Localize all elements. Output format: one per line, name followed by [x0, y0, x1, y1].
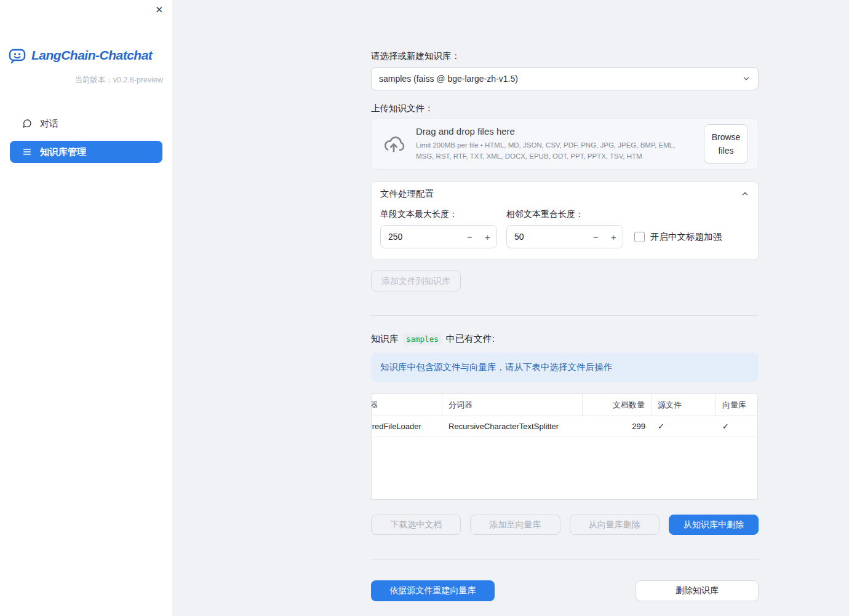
overlap-size-increment-button[interactable]: + [605, 226, 623, 248]
file-config-expander-body: 单段文本最大长度： − + 相邻文本重合长度： − + [372, 205, 758, 259]
logo-chat-icon [7, 45, 27, 65]
col-header-source-file[interactable]: 源文件 [652, 394, 716, 416]
zh-title-enhance-group: 开启中文标题加强 [634, 225, 722, 248]
file-config-expander: 文件处理配置 单段文本最大长度： − + 相邻文本重合长度： [371, 181, 759, 260]
sidebar: ✕ LangChain-Chatchat 当前版本：v0.2.6-preview… [0, 0, 172, 616]
browse-files-button[interactable]: Browse files [704, 124, 748, 164]
version-label: 当前版本：v0.2.6-preview [0, 75, 163, 85]
kb-files-table-scroll: 文档加载器 分词器 文档数量 源文件 向量库 UnstructuredFileL… [371, 394, 758, 437]
info-banner-text: 知识库中包含源文件与向量库，请从下表中选择文件后操作 [380, 361, 612, 373]
app-logo-text: LangChain-Chatchat [31, 48, 152, 63]
chunk-size-group: 单段文本最大长度： − + [380, 209, 497, 248]
kb-files-table[interactable]: 文档加载器 分词器 文档数量 源文件 向量库 UnstructuredFileL… [371, 393, 758, 500]
upload-label: 上传知识文件： [371, 103, 759, 114]
table-row[interactable]: UnstructuredFileLoader RecursiveCharacte… [371, 416, 758, 437]
chevron-up-icon [741, 189, 749, 198]
kb-name-code: samples [403, 333, 442, 345]
zh-title-enhance-label: 开启中文标题加强 [650, 231, 722, 243]
table-header-row: 文档加载器 分词器 文档数量 源文件 向量库 [371, 394, 758, 416]
col-header-vector-store[interactable]: 向量库 [716, 394, 758, 416]
sidebar-item-dialogue[interactable]: 对话 [10, 113, 162, 135]
col-header-doc-count[interactable]: 文档数量 [583, 394, 652, 416]
delete-kb-button[interactable]: 删除知识库 [636, 580, 759, 601]
cell-source-file-check: ✓ [652, 416, 716, 436]
list-icon [22, 147, 32, 157]
chunk-size-label: 单段文本最大长度： [380, 209, 497, 220]
cloud-upload-icon [381, 134, 406, 154]
sidebar-nav: 对话 知识库管理 [10, 113, 162, 163]
add-to-vector-store-button[interactable]: 添加至向量库 [470, 515, 560, 535]
sidebar-item-knowledge-base[interactable]: 知识库管理 [10, 141, 162, 163]
cell-doc-count: 299 [583, 416, 652, 436]
kb-files-suffix: 中已有文件: [446, 333, 495, 345]
dropzone-title: Drag and drop files here [416, 126, 694, 136]
dropzone-limit-text: Limit 200MB per file • HTML, MD, JSON, C… [416, 140, 694, 162]
overlap-size-group: 相邻文本重合长度： − + [506, 209, 623, 248]
chevron-down-icon [742, 74, 751, 83]
col-header-loader[interactable]: 文档加载器 [371, 394, 442, 416]
delete-from-vector-store-button[interactable]: 从向量库删除 [570, 515, 660, 535]
cell-loader: UnstructuredFileLoader [371, 416, 442, 436]
zh-title-enhance-checkbox[interactable] [634, 232, 645, 242]
overlap-size-stepper: − + [506, 225, 623, 248]
kb-actions-row: 依据源文件重建向量库 删除知识库 [371, 580, 759, 601]
rebuild-vector-store-button[interactable]: 依据源文件重建向量库 [371, 580, 495, 601]
cell-splitter: RecursiveCharacterTextSplitter [442, 416, 583, 436]
sidebar-item-label: 对话 [40, 118, 58, 130]
overlap-size-decrement-button[interactable]: − [587, 226, 605, 248]
sidebar-item-label: 知识库管理 [40, 146, 86, 158]
kb-selectbox[interactable]: samples (faiss @ bge-large-zh-v1.5) [371, 67, 759, 90]
expander-title: 文件处理配置 [380, 188, 434, 200]
main-area: 请选择或新建知识库： samples (faiss @ bge-large-zh… [172, 0, 849, 616]
kb-selectbox-value: samples (faiss @ bge-large-zh-v1.5) [379, 74, 518, 84]
kb-files-heading: 知识库 samples 中已有文件: [371, 333, 759, 345]
delete-from-kb-button[interactable]: 从知识库中删除 [669, 515, 759, 535]
app-logo: LangChain-Chatchat [7, 45, 172, 65]
file-config-expander-header[interactable]: 文件处理配置 [372, 182, 758, 205]
file-dropzone[interactable]: Drag and drop files here Limit 200MB per… [371, 118, 759, 170]
chunk-size-stepper: − + [380, 225, 497, 248]
kb-files-prefix: 知识库 [371, 333, 399, 345]
cell-vector-store-check: ✓ [716, 416, 758, 436]
content-column: 请选择或新建知识库： samples (faiss @ bge-large-zh… [371, 0, 759, 601]
chat-bubble-icon [22, 119, 32, 128]
chunk-size-increment-button[interactable]: + [479, 226, 496, 248]
add-files-to-kb-button[interactable]: 添加文件到知识库 [371, 270, 461, 291]
sidebar-close-icon[interactable]: ✕ [155, 5, 163, 14]
divider [371, 559, 759, 559]
col-header-splitter[interactable]: 分词器 [442, 394, 583, 416]
dropzone-text: Drag and drop files here Limit 200MB per… [416, 126, 694, 162]
divider [371, 315, 759, 316]
kb-select-label: 请选择或新建知识库： [371, 50, 759, 62]
info-banner: 知识库中包含源文件与向量库，请从下表中选择文件后操作 [371, 353, 759, 382]
chunk-size-decrement-button[interactable]: − [461, 226, 479, 248]
file-actions-row: 下载选中文档 添加至向量库 从向量库删除 从知识库中删除 [371, 515, 759, 535]
overlap-size-input[interactable] [507, 226, 587, 248]
chunk-size-input[interactable] [381, 226, 461, 248]
download-selected-button[interactable]: 下载选中文档 [371, 515, 461, 535]
overlap-size-label: 相邻文本重合长度： [506, 209, 623, 220]
